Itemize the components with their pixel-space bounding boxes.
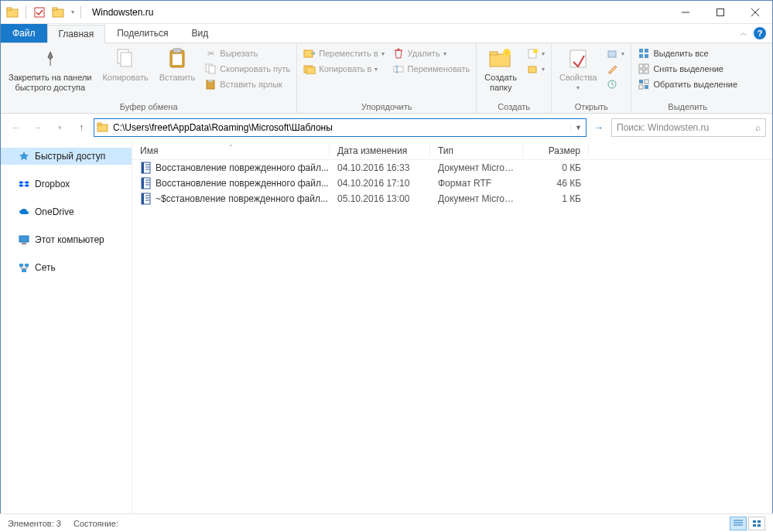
file-list: Имя⌃ Дата изменения Тип Размер Восстанов… [132,142,772,513]
sidebar-item-onedrive[interactable]: OneDrive [1,203,132,220]
sidebar-item-dropbox[interactable]: Dropbox [1,176,132,193]
qat-dropdown-icon[interactable]: ▾ [68,4,77,21]
svg-rect-72 [758,524,761,527]
svg-rect-32 [639,49,643,53]
file-name: Восстановление поврежденного файл... [156,162,329,173]
large-icons-view-button[interactable] [748,517,765,530]
svg-rect-47 [22,243,26,244]
open-icon [606,47,618,60]
address-input[interactable] [111,122,570,133]
help-icon[interactable]: ? [754,27,766,39]
tab-view[interactable]: Вид [180,24,220,43]
svg-rect-28 [528,66,536,73]
svg-rect-15 [209,66,215,73]
move-to-button[interactable]: Переместить в [300,46,387,60]
column-size[interactable]: Размер [523,145,589,156]
column-name[interactable]: Имя⌃ [132,145,330,156]
folder-icon [4,4,21,21]
svg-rect-49 [25,264,29,267]
svg-rect-38 [639,70,643,73]
cut-button[interactable]: ✂Вырезать [201,46,293,60]
qat-properties-icon[interactable] [31,4,48,21]
select-all-button[interactable]: Выделить все [634,46,741,60]
collapse-ribbon-icon[interactable]: ︿ [740,28,747,39]
file-row[interactable]: ~$сстановление поврежденного файл...05.1… [132,191,772,206]
copy-to-button[interactable]: Копировать в [300,62,387,76]
minimize-button[interactable] [668,1,703,23]
easy-access-icon [526,63,539,75]
edit-button[interactable] [603,62,628,76]
properties-button[interactable]: Свойства▾ [555,45,601,94]
paste-icon [165,46,190,71]
file-name: Восстановление поврежденного файл... [156,178,329,189]
tab-share[interactable]: Поделиться [105,24,180,43]
scissors-icon: ✂ [204,47,217,60]
qat-new-folder-icon[interactable] [50,4,67,21]
search-placeholder: Поиск: Windowsten.ru [617,122,755,133]
tab-file[interactable]: Файл [1,24,47,43]
sidebar-item-network[interactable]: Сеть [1,259,132,276]
svg-rect-48 [19,264,23,267]
copy-path-button[interactable]: Скопировать путь [201,62,293,76]
select-group-label: Выделить [634,101,741,113]
search-box[interactable]: Поиск: Windowsten.ru ⌕ [611,118,766,137]
pin-icon [38,46,63,71]
svg-rect-20 [306,67,315,74]
file-date: 04.10.2016 17:10 [330,178,430,189]
file-size: 0 КБ [523,162,589,173]
open-button[interactable]: ▾ [603,46,628,60]
address-dropdown-icon[interactable]: ▼ [570,124,586,131]
svg-rect-42 [639,85,643,89]
svg-rect-17 [208,80,213,82]
onedrive-icon [18,206,30,218]
select-none-button[interactable]: Снять выделение [634,62,741,76]
back-button[interactable]: ← [7,118,26,137]
maximize-button[interactable] [703,1,737,23]
forward-button[interactable]: → [29,118,47,137]
edit-icon [606,63,618,75]
this-pc-icon [18,234,30,246]
organize-group-label: Упорядочить [300,101,473,113]
column-type[interactable]: Тип [430,145,523,156]
column-date[interactable]: Дата изменения [330,145,430,156]
new-item-icon [526,47,539,60]
svg-rect-71 [753,524,756,527]
paste-shortcut-button[interactable]: Вставить ярлык [201,77,293,91]
sort-indicator-icon: ⌃ [228,144,234,151]
svg-rect-35 [645,54,648,58]
paste-shortcut-icon [204,78,217,90]
file-type: Документ Micros... [430,162,523,173]
word-doc-icon [140,177,152,189]
new-group-label: Создать [480,101,548,113]
easy-access-button[interactable]: ▾ [523,62,548,76]
file-row[interactable]: Восстановление поврежденного файл...04.1… [132,176,772,191]
sidebar-item-this-pc[interactable]: Этот компьютер [1,231,132,248]
svg-rect-37 [645,64,648,68]
close-button[interactable] [737,1,772,23]
word-doc-icon [140,193,152,205]
svg-rect-46 [19,236,29,242]
delete-button[interactable]: Удалить [389,46,474,60]
details-view-button[interactable] [730,517,747,530]
history-button[interactable] [603,77,628,91]
paste-button[interactable]: Вставить [155,45,200,84]
tab-home[interactable]: Главная [47,25,106,43]
address-bar[interactable]: ▼ [94,118,587,137]
new-folder-button[interactable]: Создать папку [480,45,522,94]
go-button[interactable]: → [590,118,608,137]
sidebar-item-quick-access[interactable]: Быстрый доступ [1,148,132,165]
recent-dropdown[interactable]: ▾ [50,118,69,137]
svg-rect-6 [717,9,723,15]
svg-rect-40 [639,80,643,84]
dropbox-icon [18,178,30,190]
file-row[interactable]: Восстановление поврежденного файл...04.1… [132,160,772,176]
up-button[interactable]: ↑ [72,118,91,137]
invert-selection-button[interactable]: Обратить выделение [634,77,741,91]
rename-button[interactable]: Переименовать [389,62,474,76]
new-item-button[interactable]: ▾ [523,46,548,60]
status-state: Состояние: [74,519,118,528]
file-type: Документ Micros... [430,193,523,204]
column-headers: Имя⌃ Дата изменения Тип Размер [132,142,772,160]
pin-quick-access-button[interactable]: Закрепить на панели быстрого доступа [4,45,96,94]
copy-button[interactable]: Копировать [97,45,152,84]
